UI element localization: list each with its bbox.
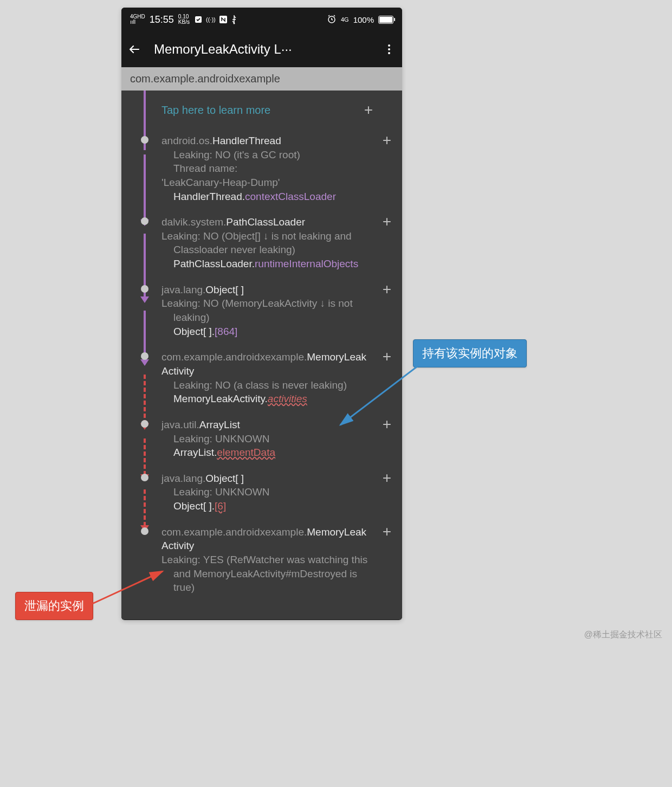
trace-node[interactable]: + com.example.androidxexample.MemoryLeak… bbox=[121, 346, 402, 414]
trace-node[interactable]: + com.example.androidxexample.MemoryLeak… bbox=[121, 521, 402, 602]
trace-node[interactable]: + dalvik.system.PathClassLoader Leaking:… bbox=[121, 211, 402, 279]
node-ref-field: activities bbox=[268, 393, 307, 404]
hotspot-icon: ((·)) bbox=[206, 16, 216, 23]
node-dot-icon bbox=[141, 136, 148, 144]
node-extra: 'LeakCanary-Heap-Dump' bbox=[161, 176, 373, 190]
expand-icon[interactable]: + bbox=[383, 214, 391, 229]
node-leak-status: Leaking: UNKNOWN bbox=[161, 485, 373, 499]
node-leak-status: Leaking: NO (it's a GC root) bbox=[161, 148, 373, 162]
trace-node[interactable]: + java.lang.Object[ ] Leaking: NO (Memor… bbox=[121, 279, 402, 346]
node-package: java.util. bbox=[161, 419, 199, 430]
learn-more-row[interactable]: Tap here to learn more + bbox=[121, 91, 402, 130]
app-bar: MemoryLeakActivity L··· bbox=[121, 31, 402, 67]
node-ref-class: PathClassLoader. bbox=[173, 258, 255, 269]
svg-point-3 bbox=[233, 23, 235, 24]
node-ref-field: elementData bbox=[217, 447, 275, 458]
node-class: Object[ ] bbox=[205, 473, 244, 484]
app-title: MemoryLeakActivity L··· bbox=[154, 42, 370, 57]
node-dot-icon bbox=[141, 352, 148, 360]
node-ref-class: Object[ ]. bbox=[173, 326, 215, 337]
nfc-icon bbox=[219, 15, 228, 24]
back-icon[interactable] bbox=[128, 43, 141, 56]
expand-icon[interactable]: + bbox=[383, 349, 391, 364]
node-ref-class: Object[ ]. bbox=[173, 500, 215, 512]
expand-icon[interactable]: + bbox=[364, 102, 373, 118]
node-leak-status: Leaking: NO (MemoryLeakActivity ↓ is not… bbox=[161, 296, 373, 324]
node-dot-icon bbox=[141, 527, 148, 535]
usb-icon bbox=[231, 15, 237, 24]
node-ref-class: ArrayList. bbox=[173, 447, 217, 458]
trace-node[interactable]: + java.util.ArrayList Leaking: UNKNOWN A… bbox=[121, 414, 402, 467]
alarm-icon bbox=[327, 14, 337, 25]
status-left-icons: ((·)) bbox=[194, 15, 237, 24]
node-leak-status: Leaking: NO (Object[] ↓ is not leaking a… bbox=[161, 229, 373, 257]
node-ref-class: MemoryLeakActivity. bbox=[173, 393, 268, 404]
overflow-menu-icon[interactable] bbox=[383, 44, 396, 54]
node-extra: Thread name: bbox=[161, 162, 373, 176]
leak-trace-content: Tap here to learn more + + android.os.Ha… bbox=[121, 91, 402, 620]
node-package: dalvik.system. bbox=[161, 216, 226, 228]
phone-screenshot: 4GHD ııll 15:55 0.10 KB/s ((·)) bbox=[121, 8, 402, 620]
status-signal-bars: ııll bbox=[130, 20, 145, 25]
node-leak-status: Leaking: NO (a class is never leaking) bbox=[161, 378, 373, 392]
expand-icon[interactable]: + bbox=[383, 133, 391, 148]
node-package: java.lang. bbox=[161, 473, 205, 484]
node-ref-field: [864] bbox=[215, 326, 237, 337]
node-dot-icon bbox=[141, 217, 148, 225]
status-bar: 4GHD ııll 15:55 0.10 KB/s ((·)) bbox=[121, 8, 402, 31]
node-dot-icon bbox=[141, 474, 148, 481]
expand-icon[interactable]: + bbox=[383, 470, 391, 486]
trace-node[interactable]: + java.lang.Object[ ] Leaking: UNKNOWN O… bbox=[121, 467, 402, 521]
status-battery-pct: 100% bbox=[353, 15, 374, 24]
trace-node[interactable]: + android.os.HandlerThread Leaking: NO (… bbox=[121, 130, 402, 211]
status-speed-unit: KB/s bbox=[178, 20, 190, 25]
node-package: java.lang. bbox=[161, 284, 205, 295]
node-package: android.os. bbox=[161, 135, 212, 146]
node-class: Object[ ] bbox=[205, 284, 244, 295]
svg-text:((·)): ((·)) bbox=[206, 16, 216, 23]
package-name-bar: com.example.androidxexample bbox=[121, 67, 402, 91]
node-dot-icon bbox=[141, 420, 148, 428]
node-leak-status: Leaking: YES (RefWatcher was watching th… bbox=[161, 553, 373, 595]
battery-icon bbox=[378, 16, 393, 24]
node-class: HandlerThread bbox=[212, 135, 281, 146]
annotation-leaked-callout: 泄漏的实例 bbox=[15, 592, 93, 620]
node-dot-icon bbox=[141, 285, 148, 293]
node-ref-field: runtimeInternalObjects bbox=[255, 258, 358, 269]
node-leak-status: Leaking: UNKNOWN bbox=[161, 432, 373, 446]
node-ref-field: [6] bbox=[215, 500, 226, 512]
shield-icon bbox=[194, 15, 203, 24]
expand-icon[interactable]: + bbox=[383, 524, 391, 539]
status-time: 15:55 bbox=[150, 14, 174, 25]
learn-more-label: Tap here to learn more bbox=[161, 104, 270, 117]
node-ref-field: contextClassLoader bbox=[245, 191, 336, 202]
status-network-label: 4G bbox=[341, 17, 349, 23]
expand-icon[interactable]: + bbox=[383, 282, 391, 297]
watermark: @稀土掘金技术社区 bbox=[584, 629, 662, 641]
node-package: com.example.androidxexample. bbox=[161, 526, 307, 538]
node-class: PathClassLoader bbox=[226, 216, 305, 228]
annotation-holder-callout: 持有该实例的对象 bbox=[413, 339, 527, 367]
node-class: ArrayList bbox=[199, 419, 240, 430]
node-package: com.example.androidxexample. bbox=[161, 351, 307, 363]
node-ref-class: HandlerThread. bbox=[173, 191, 245, 202]
expand-icon[interactable]: + bbox=[383, 417, 391, 432]
